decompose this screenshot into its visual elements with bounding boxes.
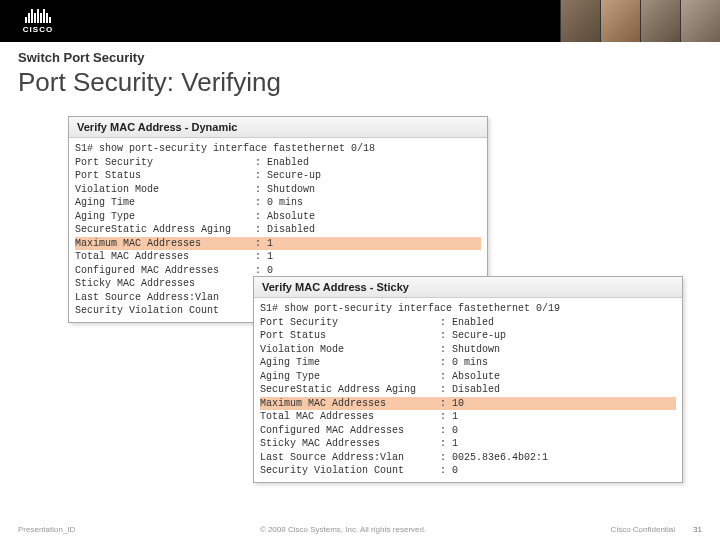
logo-text: CISCO [23,25,53,34]
terminal-row: Maximum MAC Addresses: 10 [260,397,676,411]
footer-page: 31 [693,525,702,534]
cisco-logo-bars-icon [25,9,51,23]
banner-photo [600,0,640,42]
terminal-row: Maximum MAC Addresses: 1 [75,237,481,251]
footer-right: Cisco Confidential [611,525,675,534]
panel-sticky: Verify MAC Address - Sticky S1# show por… [253,276,683,483]
terminal-row: Port Security: Enabled [260,316,676,330]
footer-center: © 2008 Cisco Systems, Inc. All rights re… [75,525,610,534]
terminal-row: Last Source Address:Vlan: 0025.83e6.4b02… [260,451,676,465]
banner-photo [560,0,600,42]
terminal-row: Violation Mode: Shutdown [75,183,481,197]
terminal-row: Total MAC Addresses: 1 [75,250,481,264]
terminal-row: Configured MAC Addresses: 0 [75,264,481,278]
terminal-row: SecureStatic Address Aging: Disabled [75,223,481,237]
terminal-row: Aging Time: 0 mins [260,356,676,370]
banner-photo [640,0,680,42]
terminal-row: Security Violation Count: 0 [260,464,676,478]
terminal-row: Sticky MAC Addresses: 1 [260,437,676,451]
terminal-row: Total MAC Addresses: 1 [260,410,676,424]
terminal-row: SecureStatic Address Aging: Disabled [260,383,676,397]
terminal-row: Port Status: Secure-up [75,169,481,183]
page-title: Port Security: Verifying [18,67,702,98]
terminal-row: Aging Type: Absolute [260,370,676,384]
terminal-command: S1# show port-security interface fasteth… [260,302,676,316]
terminal-rows: Port Security: EnabledPort Status: Secur… [260,316,676,478]
terminal-row: Configured MAC Addresses: 0 [260,424,676,438]
terminal-row: Port Status: Secure-up [260,329,676,343]
terminal-row: Aging Time: 0 mins [75,196,481,210]
footer-left: Presentation_ID [18,525,75,534]
banner-photos [560,0,720,42]
panel-sticky-terminal: S1# show port-security interface fasteth… [254,298,682,482]
breadcrumb: Switch Port Security [18,50,702,65]
panel-sticky-header: Verify MAC Address - Sticky [254,277,682,298]
slide-footer: Presentation_ID © 2008 Cisco Systems, In… [0,525,720,534]
cisco-logo: CISCO [8,9,68,34]
banner-photo [680,0,720,42]
panels-area: Verify MAC Address - Dynamic S1# show po… [18,116,702,516]
terminal-command: S1# show port-security interface fasteth… [75,142,481,156]
slide-content: Switch Port Security Port Security: Veri… [0,42,720,516]
terminal-row: Port Security: Enabled [75,156,481,170]
terminal-row: Violation Mode: Shutdown [260,343,676,357]
top-banner: CISCO [0,0,720,42]
panel-dynamic-header: Verify MAC Address - Dynamic [69,117,487,138]
terminal-row: Aging Type: Absolute [75,210,481,224]
